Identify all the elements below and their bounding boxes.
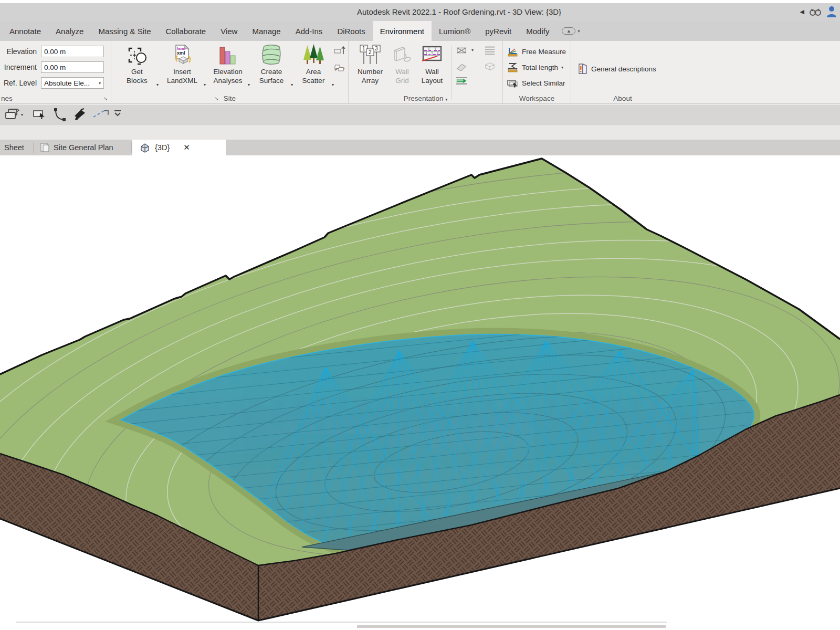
create-surface-button[interactable]: Create Surface ▾ <box>251 43 292 100</box>
tab-add-ins[interactable]: Add-Ins <box>288 21 330 41</box>
area-scatter-button[interactable]: Area Scatter ▾ <box>294 43 333 100</box>
panel-launcher-icon[interactable]: ↘ <box>103 96 108 101</box>
tab-analyze[interactable]: Analyze <box>48 21 91 41</box>
tab-modify[interactable]: Modify <box>519 21 556 41</box>
panel-label-site: Site <box>111 94 348 102</box>
ribbon-minimize-button[interactable]: ▲ ▾ <box>556 21 585 41</box>
select-similar-icon <box>507 78 519 88</box>
revit-application-window: Autodesk Revit 2022.1 - Roof Grdening.rv… <box>0 0 840 630</box>
panel-workspace: Free Measure Total length ▾ Select Simil… <box>503 41 571 104</box>
panel-label-presentation[interactable]: Presentation ▾ <box>349 94 502 102</box>
window-title: Autodesk Revit 2022.1 - Roof Grdening.rv… <box>357 7 561 16</box>
increment-label: Increment <box>0 63 37 71</box>
stacked-lines-icon <box>484 45 496 56</box>
options-bar <box>0 126 840 140</box>
panel-about: General descriptions About <box>571 41 674 104</box>
panel-presentation: 1 2 3 Number Array <box>349 41 503 104</box>
tab-view[interactable]: View <box>213 21 245 41</box>
tab-environment[interactable]: Environment <box>373 21 432 41</box>
chevron-down-icon: ▾ <box>332 82 334 87</box>
create-surface-icon <box>251 43 292 65</box>
tab-manage[interactable]: Manage <box>245 21 288 41</box>
user-account-icon[interactable] <box>826 5 837 18</box>
fence-icon[interactable] <box>456 45 467 56</box>
wall-grid-button: Wall Grid <box>390 43 415 100</box>
chevron-down-icon[interactable]: ▾ <box>471 48 474 52</box>
close-icon[interactable]: ✕ <box>183 143 190 152</box>
view-tab-site-general-plan[interactable]: Site General Plan <box>34 140 132 155</box>
bottom-window-edge <box>357 625 666 628</box>
general-descriptions-icon <box>578 63 588 75</box>
increment-input[interactable]: 0.00 m <box>41 61 104 73</box>
free-measure-button[interactable]: Free Measure <box>507 46 566 57</box>
panel-label-workspace: Workspace <box>503 94 571 102</box>
chevron-down-icon: ▾ <box>445 97 447 102</box>
tab-lumion[interactable]: Lumion® <box>432 21 478 41</box>
sheet-icon <box>40 143 49 152</box>
raise-elevation-icon[interactable] <box>334 45 345 56</box>
number-array-icon: 1 2 3 <box>353 43 387 65</box>
insert-landxml-icon: land xml <box>160 43 205 65</box>
elevation-analyses-icon <box>207 43 249 65</box>
elevation-input[interactable]: 0.00 m <box>41 46 104 57</box>
paint-button[interactable] <box>72 108 87 121</box>
ref-level-label: Ref. Level <box>0 79 37 87</box>
svg-text:xml: xml <box>177 50 185 56</box>
elevation-label: Elevation <box>0 47 37 56</box>
ribbon-tab-bar: Annotate Analyze Massing & Site Collabor… <box>0 21 840 41</box>
tab-annotate[interactable]: Annotate <box>2 21 48 41</box>
panel-footer-label: nes <box>0 94 111 102</box>
tab-diroots[interactable]: DiRoots <box>330 21 372 41</box>
chevron-down-icon: ▾ <box>204 82 206 87</box>
general-descriptions-button[interactable]: General descriptions <box>578 63 656 75</box>
get-blocks-button[interactable]: Get Blocks ▾ <box>117 43 158 100</box>
view-tab-3d[interactable]: {3D} ✕ <box>132 140 226 155</box>
insert-landxml-button[interactable]: land xml Insert LandXML ▾ <box>160 43 205 100</box>
number-array-button[interactable]: 1 2 3 Number Array <box>353 43 387 100</box>
free-measure-icon <box>507 46 519 57</box>
panel-site: Get Blocks ▾ land xml <box>111 41 349 104</box>
get-blocks-icon <box>117 43 158 65</box>
dashed-line-button[interactable] <box>92 108 109 120</box>
select-similar-button[interactable]: Select Similar <box>507 78 565 88</box>
tab-massing-site[interactable]: Massing & Site <box>91 21 158 41</box>
spline-button[interactable] <box>52 108 67 122</box>
eraser-icon <box>456 61 467 71</box>
chevron-down-icon: ▾ <box>578 29 580 34</box>
chevron-down-icon: ▾ <box>99 81 101 86</box>
panel-launcher-icon[interactable]: ↘ <box>214 96 218 101</box>
chevron-down-icon: ▾ <box>156 82 159 87</box>
3d-view-icon <box>140 143 150 153</box>
ref-level-dropdown[interactable]: Absolute Ele... ▾ <box>41 77 104 89</box>
svg-text:3: 3 <box>375 46 378 51</box>
green-arrows-icon[interactable] <box>456 76 467 86</box>
svg-text:2: 2 <box>369 49 372 55</box>
panel-label-about: About <box>571 94 674 102</box>
collapse-left-icon[interactable]: ◀ <box>800 8 804 15</box>
chevron-down-icon: ▾ <box>561 65 563 70</box>
tab-pyrevit[interactable]: pyRevit <box>478 21 519 41</box>
total-length-button[interactable]: Total length ▾ <box>507 62 563 72</box>
wall-grid-icon <box>390 43 415 65</box>
surface-blocks-icon[interactable] <box>334 63 345 74</box>
ghost-box-icon <box>484 61 496 71</box>
svg-text:1: 1 <box>362 46 365 51</box>
ribbon-minimize-icon: ▲ <box>562 27 575 35</box>
area-scatter-icon <box>294 43 333 65</box>
view-tab-sheet[interactable]: Sheet <box>0 140 34 155</box>
modify-select-button[interactable]: ▾ <box>4 108 23 121</box>
chevron-down-icon: ▾ <box>248 82 250 87</box>
wall-layout-icon <box>416 43 448 65</box>
pick-box-button[interactable] <box>33 108 47 121</box>
bottom-divider-line <box>16 622 667 623</box>
search-binoculars-icon[interactable] <box>808 6 822 17</box>
filter-chevron-button[interactable] <box>113 109 122 118</box>
chevron-down-icon: ▾ <box>21 112 23 117</box>
chevron-down-icon: ▾ <box>291 82 293 87</box>
tab-collaborate[interactable]: Collaborate <box>158 21 213 41</box>
panel-elevation-options: Elevation 0.00 m Increment 0.00 m Ref. L… <box>0 41 111 104</box>
quick-access-toolbar: ▾ <box>0 104 840 125</box>
title-bar: Autodesk Revit 2022.1 - Roof Grdening.rv… <box>0 3 840 21</box>
elevation-analyses-button[interactable]: Elevation Analyses ▾ <box>207 43 249 100</box>
wall-layout-button[interactable]: Wall Layout <box>416 43 448 100</box>
